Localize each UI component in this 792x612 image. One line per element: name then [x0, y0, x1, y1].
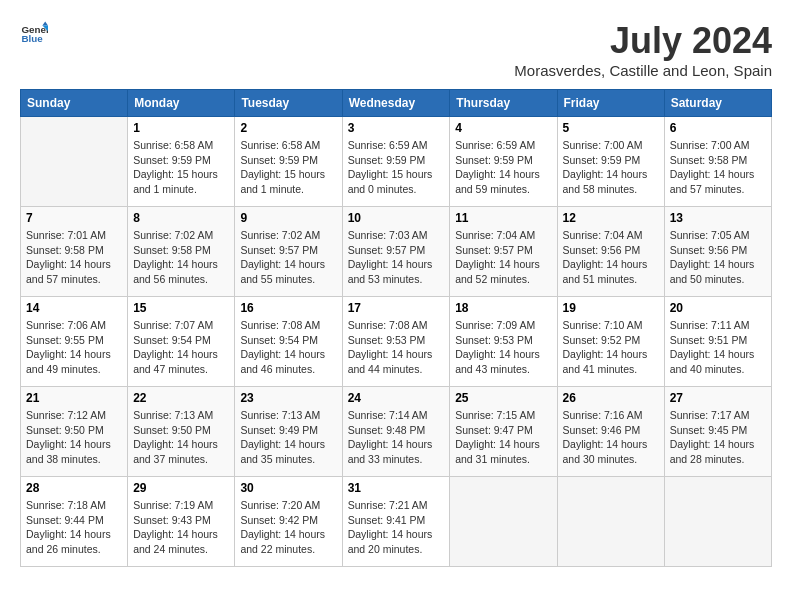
calendar-cell — [21, 117, 128, 207]
logo: General Blue — [20, 20, 48, 48]
calendar-cell: 9Sunrise: 7:02 AMSunset: 9:57 PMDaylight… — [235, 207, 342, 297]
day-number: 20 — [670, 301, 766, 315]
day-number: 26 — [563, 391, 659, 405]
calendar-cell: 18Sunrise: 7:09 AMSunset: 9:53 PMDayligh… — [450, 297, 557, 387]
calendar-cell: 12Sunrise: 7:04 AMSunset: 9:56 PMDayligh… — [557, 207, 664, 297]
day-info: Sunrise: 7:02 AMSunset: 9:57 PMDaylight:… — [240, 228, 336, 287]
day-number: 29 — [133, 481, 229, 495]
day-info: Sunrise: 7:09 AMSunset: 9:53 PMDaylight:… — [455, 318, 551, 377]
calendar-cell: 10Sunrise: 7:03 AMSunset: 9:57 PMDayligh… — [342, 207, 450, 297]
day-number: 12 — [563, 211, 659, 225]
day-info: Sunrise: 7:13 AMSunset: 9:49 PMDaylight:… — [240, 408, 336, 467]
day-number: 16 — [240, 301, 336, 315]
day-info: Sunrise: 7:08 AMSunset: 9:54 PMDaylight:… — [240, 318, 336, 377]
calendar-cell — [557, 477, 664, 567]
day-number: 8 — [133, 211, 229, 225]
calendar-cell: 29Sunrise: 7:19 AMSunset: 9:43 PMDayligh… — [128, 477, 235, 567]
day-info: Sunrise: 7:06 AMSunset: 9:55 PMDaylight:… — [26, 318, 122, 377]
calendar-table: SundayMondayTuesdayWednesdayThursdayFrid… — [20, 89, 772, 567]
calendar-cell: 27Sunrise: 7:17 AMSunset: 9:45 PMDayligh… — [664, 387, 771, 477]
calendar-cell: 6Sunrise: 7:00 AMSunset: 9:58 PMDaylight… — [664, 117, 771, 207]
day-info: Sunrise: 7:02 AMSunset: 9:58 PMDaylight:… — [133, 228, 229, 287]
calendar-cell: 26Sunrise: 7:16 AMSunset: 9:46 PMDayligh… — [557, 387, 664, 477]
calendar-cell: 4Sunrise: 6:59 AMSunset: 9:59 PMDaylight… — [450, 117, 557, 207]
calendar-cell: 13Sunrise: 7:05 AMSunset: 9:56 PMDayligh… — [664, 207, 771, 297]
day-info: Sunrise: 7:12 AMSunset: 9:50 PMDaylight:… — [26, 408, 122, 467]
calendar-cell: 7Sunrise: 7:01 AMSunset: 9:58 PMDaylight… — [21, 207, 128, 297]
calendar-cell: 30Sunrise: 7:20 AMSunset: 9:42 PMDayligh… — [235, 477, 342, 567]
day-number: 21 — [26, 391, 122, 405]
day-number: 7 — [26, 211, 122, 225]
day-number: 13 — [670, 211, 766, 225]
day-info: Sunrise: 7:01 AMSunset: 9:58 PMDaylight:… — [26, 228, 122, 287]
day-info: Sunrise: 7:21 AMSunset: 9:41 PMDaylight:… — [348, 498, 445, 557]
logo-icon: General Blue — [20, 20, 48, 48]
day-number: 27 — [670, 391, 766, 405]
weekday-header-tuesday: Tuesday — [235, 90, 342, 117]
weekday-header-thursday: Thursday — [450, 90, 557, 117]
day-info: Sunrise: 7:08 AMSunset: 9:53 PMDaylight:… — [348, 318, 445, 377]
day-number: 19 — [563, 301, 659, 315]
calendar-cell: 24Sunrise: 7:14 AMSunset: 9:48 PMDayligh… — [342, 387, 450, 477]
calendar-cell: 14Sunrise: 7:06 AMSunset: 9:55 PMDayligh… — [21, 297, 128, 387]
weekday-header-saturday: Saturday — [664, 90, 771, 117]
day-number: 14 — [26, 301, 122, 315]
day-number: 3 — [348, 121, 445, 135]
day-info: Sunrise: 7:20 AMSunset: 9:42 PMDaylight:… — [240, 498, 336, 557]
calendar-week-5: 28Sunrise: 7:18 AMSunset: 9:44 PMDayligh… — [21, 477, 772, 567]
title-block: July 2024 Morasverdes, Castille and Leon… — [514, 20, 772, 79]
calendar-cell: 21Sunrise: 7:12 AMSunset: 9:50 PMDayligh… — [21, 387, 128, 477]
calendar-cell — [450, 477, 557, 567]
day-number: 5 — [563, 121, 659, 135]
calendar-week-1: 1Sunrise: 6:58 AMSunset: 9:59 PMDaylight… — [21, 117, 772, 207]
day-number: 11 — [455, 211, 551, 225]
day-number: 17 — [348, 301, 445, 315]
weekday-header-sunday: Sunday — [21, 90, 128, 117]
calendar-cell: 19Sunrise: 7:10 AMSunset: 9:52 PMDayligh… — [557, 297, 664, 387]
day-info: Sunrise: 6:58 AMSunset: 9:59 PMDaylight:… — [133, 138, 229, 197]
svg-text:Blue: Blue — [21, 33, 43, 44]
weekday-header-friday: Friday — [557, 90, 664, 117]
calendar-cell: 8Sunrise: 7:02 AMSunset: 9:58 PMDaylight… — [128, 207, 235, 297]
day-number: 25 — [455, 391, 551, 405]
day-info: Sunrise: 7:10 AMSunset: 9:52 PMDaylight:… — [563, 318, 659, 377]
calendar-week-2: 7Sunrise: 7:01 AMSunset: 9:58 PMDaylight… — [21, 207, 772, 297]
location-title: Morasverdes, Castille and Leon, Spain — [514, 62, 772, 79]
calendar-week-3: 14Sunrise: 7:06 AMSunset: 9:55 PMDayligh… — [21, 297, 772, 387]
calendar-cell: 5Sunrise: 7:00 AMSunset: 9:59 PMDaylight… — [557, 117, 664, 207]
day-number: 10 — [348, 211, 445, 225]
day-number: 18 — [455, 301, 551, 315]
page-header: General Blue July 2024 Morasverdes, Cast… — [20, 20, 772, 79]
day-number: 28 — [26, 481, 122, 495]
day-info: Sunrise: 7:19 AMSunset: 9:43 PMDaylight:… — [133, 498, 229, 557]
day-info: Sunrise: 6:58 AMSunset: 9:59 PMDaylight:… — [240, 138, 336, 197]
day-number: 24 — [348, 391, 445, 405]
day-info: Sunrise: 7:00 AMSunset: 9:58 PMDaylight:… — [670, 138, 766, 197]
calendar-cell: 11Sunrise: 7:04 AMSunset: 9:57 PMDayligh… — [450, 207, 557, 297]
day-info: Sunrise: 6:59 AMSunset: 9:59 PMDaylight:… — [348, 138, 445, 197]
calendar-cell: 20Sunrise: 7:11 AMSunset: 9:51 PMDayligh… — [664, 297, 771, 387]
day-number: 4 — [455, 121, 551, 135]
day-number: 15 — [133, 301, 229, 315]
calendar-cell: 15Sunrise: 7:07 AMSunset: 9:54 PMDayligh… — [128, 297, 235, 387]
month-title: July 2024 — [514, 20, 772, 62]
calendar-cell: 2Sunrise: 6:58 AMSunset: 9:59 PMDaylight… — [235, 117, 342, 207]
day-number: 6 — [670, 121, 766, 135]
day-info: Sunrise: 7:17 AMSunset: 9:45 PMDaylight:… — [670, 408, 766, 467]
day-number: 23 — [240, 391, 336, 405]
day-info: Sunrise: 7:13 AMSunset: 9:50 PMDaylight:… — [133, 408, 229, 467]
day-number: 22 — [133, 391, 229, 405]
calendar-cell: 23Sunrise: 7:13 AMSunset: 9:49 PMDayligh… — [235, 387, 342, 477]
calendar-cell: 17Sunrise: 7:08 AMSunset: 9:53 PMDayligh… — [342, 297, 450, 387]
calendar-week-4: 21Sunrise: 7:12 AMSunset: 9:50 PMDayligh… — [21, 387, 772, 477]
day-info: Sunrise: 7:04 AMSunset: 9:56 PMDaylight:… — [563, 228, 659, 287]
day-info: Sunrise: 7:04 AMSunset: 9:57 PMDaylight:… — [455, 228, 551, 287]
day-info: Sunrise: 7:05 AMSunset: 9:56 PMDaylight:… — [670, 228, 766, 287]
day-number: 2 — [240, 121, 336, 135]
day-info: Sunrise: 7:07 AMSunset: 9:54 PMDaylight:… — [133, 318, 229, 377]
day-number: 31 — [348, 481, 445, 495]
day-info: Sunrise: 7:00 AMSunset: 9:59 PMDaylight:… — [563, 138, 659, 197]
day-info: Sunrise: 6:59 AMSunset: 9:59 PMDaylight:… — [455, 138, 551, 197]
day-info: Sunrise: 7:14 AMSunset: 9:48 PMDaylight:… — [348, 408, 445, 467]
header-row: SundayMondayTuesdayWednesdayThursdayFrid… — [21, 90, 772, 117]
